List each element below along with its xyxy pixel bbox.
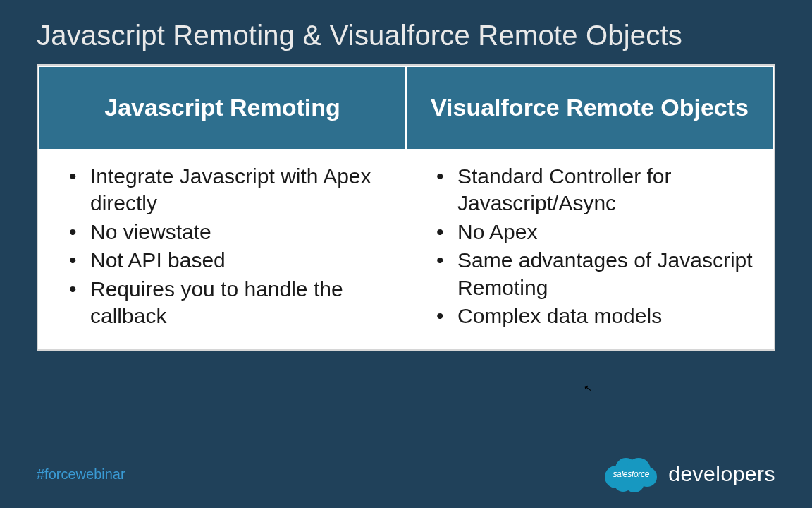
slide-title: Javascript Remoting & Visualforce Remote… <box>37 20 775 52</box>
column-cell-left: Integrate Javascript with Apex directly … <box>39 150 406 349</box>
comparison-table-wrap: Javascript Remoting Visualforce Remote O… <box>37 64 775 351</box>
left-feature-list: Integrate Javascript with Apex directly … <box>54 163 398 329</box>
list-item: Complex data models <box>436 303 765 329</box>
list-item: Requires you to handle the callback <box>69 276 398 330</box>
comparison-table: Javascript Remoting Visualforce Remote O… <box>38 66 774 349</box>
column-header-right: Visualforce Remote Objects <box>406 66 773 150</box>
mouse-cursor-icon: ↖ <box>583 382 593 394</box>
slide: Javascript Remoting & Visualforce Remote… <box>0 0 812 508</box>
column-header-left: Javascript Remoting <box>39 66 406 150</box>
salesforce-cloud-icon: salesforce <box>601 454 661 494</box>
right-feature-list: Standard Controller for Javascript/Async… <box>421 163 765 329</box>
list-item: Integrate Javascript with Apex directly <box>69 163 398 217</box>
hashtag: #forcewebinar <box>37 466 125 483</box>
list-item: No viewstate <box>69 219 398 246</box>
list-item: No Apex <box>436 219 765 246</box>
brand: salesforce developers <box>601 454 775 494</box>
list-item: Standard Controller for Javascript/Async <box>436 163 765 217</box>
list-item: Not API based <box>69 247 398 274</box>
developers-label: developers <box>668 462 775 486</box>
list-item: Same advantages of Javascript Remoting <box>436 247 765 301</box>
salesforce-cloud-label: salesforce <box>613 469 649 479</box>
slide-footer: #forcewebinar salesforce developers <box>0 454 812 494</box>
column-cell-right: Standard Controller for Javascript/Async… <box>406 150 773 349</box>
